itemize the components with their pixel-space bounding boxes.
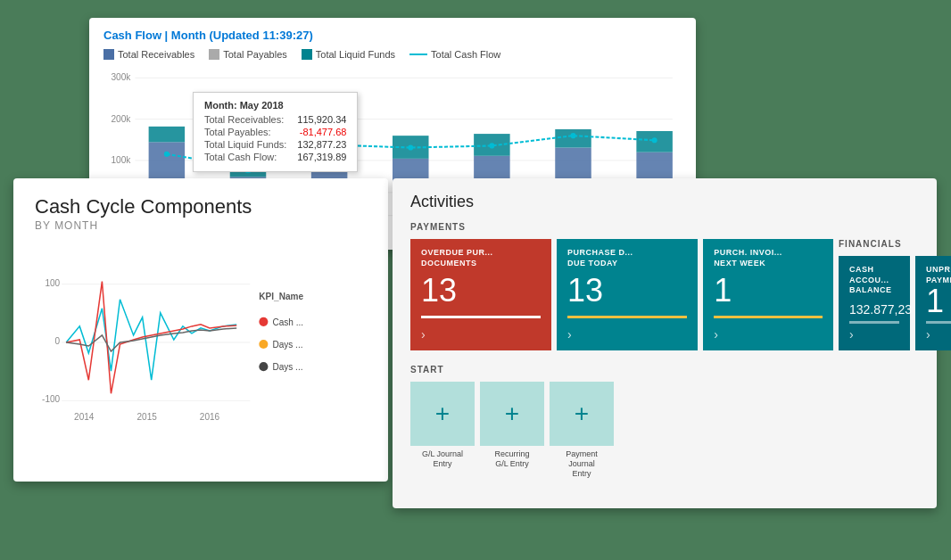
payment-journal-wrapper: + PaymentJournalEntry — [550, 382, 614, 478]
svg-text:2016: 2016 — [200, 413, 220, 423]
legend-receivables: Total Receivables — [103, 49, 194, 60]
activities-title: Activities — [410, 193, 919, 211]
cycle-chart-svg: 100 0 -100 2014 2015 2016 KPI_Name Cash … — [35, 246, 367, 442]
legend-receivables-icon — [103, 49, 114, 60]
cycle-chart-area: 100 0 -100 2014 2015 2016 KPI_Name Cash … — [35, 246, 367, 442]
tile-purchase-due[interactable]: PURCHASE D...DUE TODAY 13 › — [557, 239, 698, 350]
chart-tooltip: Month: May 2018 Total Receivables: 115,9… — [193, 92, 358, 172]
tile-purch-invoice-label: PURCH. INVOI...NEXT WEEK — [714, 248, 823, 268]
legend-liquid-icon — [302, 49, 312, 60]
svg-rect-24 — [149, 127, 186, 142]
recurring-gl-icon: + — [505, 399, 519, 428]
svg-text:0: 0 — [55, 336, 61, 346]
svg-text:-100: -100 — [42, 395, 61, 405]
svg-text:2015: 2015 — [136, 413, 157, 423]
svg-text:2014: 2014 — [74, 413, 95, 423]
tile-purch-invoice-value: 1 — [714, 275, 823, 307]
gl-journal-icon: + — [435, 399, 450, 428]
recurring-gl-wrapper: + RecurringG/L Entry — [480, 382, 544, 478]
svg-text:Days ...: Days ... — [272, 340, 302, 350]
tile-purch-invoice-arrow: › — [714, 327, 823, 342]
gl-journal-label: G/L JournalEntry — [422, 449, 463, 469]
svg-text:Days ...: Days ... — [272, 362, 302, 372]
activities-panel: Activities PAYMENTS OVERDUE PUR...DOCUME… — [393, 178, 937, 508]
tile-overdue[interactable]: OVERDUE PUR...DOCUMENTS 13 › — [410, 239, 551, 350]
tile-unprocessed-value: 1 — [926, 285, 951, 317]
financials-section-label: FINANCIALS — [839, 239, 919, 249]
legend-payables: Total Payables — [209, 49, 287, 60]
payment-journal-label: PaymentJournalEntry — [566, 449, 598, 478]
gl-journal-tile[interactable]: + — [410, 382, 475, 446]
tile-cash-account[interactable]: CASH ACCOU...BALANCE 132.877,23 › — [839, 256, 910, 350]
recurring-gl-label: RecurringG/L Entry — [494, 449, 529, 469]
cash-cycle-title: Cash Cycle Components — [35, 196, 367, 218]
svg-point-35 — [489, 143, 494, 148]
svg-point-52 — [259, 362, 268, 371]
svg-text:100: 100 — [45, 278, 60, 288]
svg-point-36 — [570, 133, 575, 138]
svg-text:100k: 100k — [111, 155, 131, 165]
tile-unprocessed[interactable]: UNPROCESSEDPAYMENTS 1 › — [915, 256, 951, 350]
start-section-label: START — [410, 365, 919, 375]
svg-text:200k: 200k — [111, 114, 131, 124]
svg-point-50 — [259, 340, 268, 349]
cash-cycle-subtitle: BY MONTH — [35, 219, 367, 232]
tile-purchase-due-value: 13 — [567, 275, 687, 307]
tile-overdue-label: OVERDUE PUR...DOCUMENTS — [421, 248, 541, 268]
legend-cashflow-icon — [409, 54, 427, 55]
legend-liquid: Total Liquid Funds — [302, 49, 395, 60]
legend-cashflow: Total Cash Flow — [409, 49, 500, 60]
svg-text:300k: 300k — [111, 72, 131, 82]
tile-cash-account-bar — [849, 321, 899, 324]
tooltip-receivables-row: Total Receivables: 115,920.34 — [204, 114, 346, 125]
legend-payables-icon — [209, 49, 219, 60]
tile-unprocessed-arrow: › — [926, 327, 951, 342]
payments-section-label: PAYMENTS — [410, 222, 919, 232]
tile-purch-invoice-bar — [714, 316, 823, 318]
start-section: START + G/L JournalEntry + RecurringG/L … — [410, 365, 919, 478]
tooltip-cashflow-row: Total Cash Flow: 167,319.89 — [204, 152, 346, 162]
tile-purch-invoice[interactable]: PURCH. INVOI...NEXT WEEK 1 › — [703, 239, 833, 350]
svg-point-48 — [259, 317, 268, 326]
svg-point-32 — [164, 152, 170, 157]
tile-cash-account-value: 132.877,23 — [849, 302, 899, 317]
tile-overdue-arrow: › — [421, 327, 541, 342]
tooltip-liquid-row: Total Liquid Funds: 132,877.23 — [204, 139, 346, 150]
recurring-gl-tile[interactable]: + — [480, 382, 544, 446]
svg-point-34 — [408, 144, 413, 150]
tile-cash-account-arrow: › — [849, 327, 899, 342]
tile-purchase-due-label: PURCHASE D...DUE TODAY — [567, 248, 687, 268]
tile-purchase-due-arrow: › — [567, 327, 687, 342]
payment-journal-tile[interactable]: + — [550, 382, 614, 446]
tile-cash-account-label: CASH ACCOU...BALANCE — [849, 265, 899, 296]
tile-purchase-due-bar — [567, 316, 687, 318]
svg-text:KPI_Name: KPI_Name — [259, 292, 303, 301]
svg-rect-29 — [555, 129, 591, 148]
gl-journal-wrapper: + G/L JournalEntry — [410, 382, 475, 478]
cash-flow-title: Cash Flow | Month (Updated 11:39:27) — [103, 29, 682, 42]
start-tiles-row: + G/L JournalEntry + RecurringG/L Entry … — [410, 382, 919, 478]
tile-overdue-value: 13 — [421, 275, 541, 307]
svg-text:Cash ...: Cash ... — [272, 317, 303, 327]
cash-cycle-panel: Cash Cycle Components BY MONTH 100 0 -10… — [13, 178, 388, 482]
chart-legend: Total Receivables Total Payables Total L… — [103, 49, 682, 60]
tooltip-payables-row: Total Payables: -81,477.68 — [204, 127, 346, 137]
svg-point-37 — [652, 137, 657, 143]
tile-unprocessed-bar — [926, 321, 951, 324]
payment-journal-icon: + — [575, 399, 589, 428]
tile-overdue-bar — [421, 316, 541, 318]
